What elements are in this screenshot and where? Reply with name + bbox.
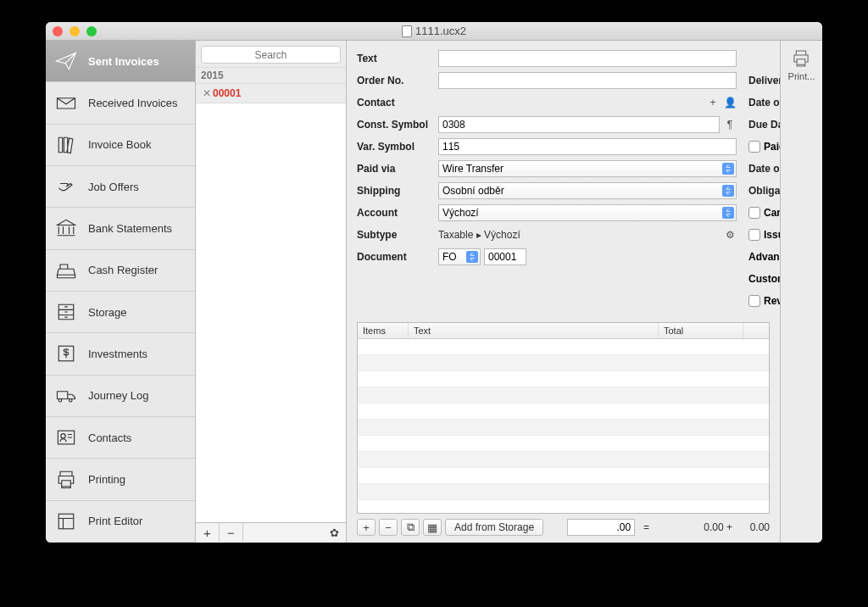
- order-input[interactable]: [438, 72, 737, 89]
- add-invoice-button[interactable]: +: [196, 523, 220, 543]
- equals-label: =: [643, 521, 649, 533]
- advance-bills-label: Advance Bills: [748, 251, 780, 263]
- cancelled-checkbox[interactable]: [748, 207, 760, 219]
- table-row[interactable]: [358, 484, 769, 500]
- sidebar-item-label: Sent Invoices: [88, 55, 159, 68]
- sidebar-item-job-offers[interactable]: Job Offers: [46, 166, 195, 208]
- remove-invoice-button[interactable]: −: [220, 523, 243, 543]
- sidebar-item-label: Cash Register: [88, 264, 158, 276]
- app-window: 1111.ucx2 Sent Invoices Received Invoice…: [46, 22, 822, 543]
- sidebar-item-contacts[interactable]: Contacts: [46, 417, 195, 459]
- print-button[interactable]: Print...: [788, 47, 815, 81]
- sidebar-item-investments[interactable]: Investments: [46, 333, 195, 375]
- table-row[interactable]: [358, 420, 769, 436]
- shipping-label: Shipping: [357, 185, 435, 197]
- table-row[interactable]: [358, 339, 769, 355]
- bank-icon: [54, 216, 78, 240]
- invoice-list-empty: [196, 103, 346, 522]
- table-row[interactable]: [358, 404, 769, 420]
- paid-via-select[interactable]: Wire Transfer: [438, 160, 737, 177]
- cash-register-icon: [54, 259, 78, 282]
- sidebar-item-label: Contacts: [88, 432, 131, 444]
- sidebar-item-journey-log[interactable]: Journey Log: [46, 376, 195, 417]
- table-row[interactable]: [358, 500, 769, 513]
- subtype-label: Subtype: [357, 229, 435, 241]
- sidebar-item-label: Job Offers: [88, 181, 139, 193]
- const-symbol-input[interactable]: [438, 116, 720, 133]
- drawers-icon: [54, 300, 78, 324]
- due-date-label: Due Date: [748, 119, 780, 131]
- sidebar-item-label: Journey Log: [88, 389, 149, 402]
- sidebar-item-printing[interactable]: Printing: [46, 459, 195, 500]
- total-col-header[interactable]: Total: [659, 323, 743, 338]
- sidebar-item-label: Received Invoices: [88, 97, 178, 109]
- table-row[interactable]: [358, 371, 769, 387]
- table-row[interactable]: [358, 387, 769, 404]
- items-col-header[interactable]: Items: [358, 323, 409, 338]
- table-row[interactable]: [358, 355, 769, 371]
- sidebar-item-label: Print Editor: [88, 515, 142, 527]
- hand-icon: [54, 175, 78, 198]
- subtotal-label: 0.00 +: [704, 521, 732, 533]
- text-input[interactable]: [438, 50, 737, 67]
- sidebar-item-storage[interactable]: Storage: [46, 292, 195, 333]
- document-label: Document: [357, 251, 435, 263]
- document-icon: [402, 25, 412, 37]
- contacts-icon: [54, 426, 78, 449]
- invoice-list-item[interactable]: ✕ 00001: [196, 84, 346, 103]
- table-row[interactable]: [358, 452, 769, 468]
- books-icon: [54, 133, 78, 157]
- add-item-button[interactable]: +: [357, 519, 376, 536]
- sidebar-item-received-invoices[interactable]: Received Invoices: [46, 82, 195, 124]
- svg-point-2: [61, 434, 65, 438]
- print-label: Print...: [788, 71, 815, 81]
- reverse-charge-checkbox[interactable]: [748, 295, 760, 307]
- subtype-value: Taxable ▸ Výchozí: [438, 229, 720, 241]
- const-symbol-label: Const. Symbol: [357, 119, 435, 131]
- duplicate-item-button[interactable]: ⧉: [401, 519, 420, 536]
- cancelled-label: Cancelled: [764, 207, 780, 219]
- sidebar-item-label: Storage: [88, 306, 127, 319]
- document-number-input[interactable]: [484, 248, 526, 265]
- right-toolbar: Print...: [780, 41, 822, 543]
- shipping-select[interactable]: Osobní odběr: [438, 182, 737, 199]
- paper-plane-icon: [54, 49, 78, 73]
- currency-checkbox[interactable]: [748, 229, 760, 241]
- table-row[interactable]: [358, 436, 769, 452]
- table-row[interactable]: [358, 468, 769, 484]
- sidebar-item-sent-invoices[interactable]: Sent Invoices: [46, 41, 195, 82]
- paid-via-label: Paid via: [357, 163, 435, 175]
- account-select[interactable]: Výchozí: [438, 204, 737, 221]
- extra-col-header[interactable]: [743, 323, 769, 338]
- total-label: 0.00: [736, 521, 770, 533]
- year-header: 2015: [196, 68, 346, 84]
- sidebar-item-cash-register[interactable]: Cash Register: [46, 250, 195, 292]
- x-icon: ✕: [203, 87, 211, 99]
- paid-label: Paid: [764, 141, 780, 153]
- sidebar-item-label: Invoice Book: [88, 138, 151, 151]
- grid-button[interactable]: ▦: [423, 519, 442, 536]
- search-input[interactable]: [201, 46, 341, 64]
- pilcrow-icon[interactable]: ¶: [723, 118, 737, 131]
- envelope-icon: [54, 91, 78, 114]
- amount-input[interactable]: [567, 519, 635, 536]
- sidebar-item-bank-statements[interactable]: Bank Statements: [46, 208, 195, 249]
- list-settings-button[interactable]: ✿: [322, 526, 346, 539]
- sidebar-item-invoice-book[interactable]: Invoice Book: [46, 125, 195, 166]
- sidebar-item-print-editor[interactable]: Print Editor: [46, 501, 195, 543]
- reverse-charge-label: Reverse Charge: [764, 295, 780, 307]
- subtype-config-icon[interactable]: ⚙: [723, 228, 737, 242]
- contact-person-icon[interactable]: 👤: [723, 96, 737, 109]
- issuance-date-label: Date of Issuance: [748, 97, 780, 109]
- account-label: Account: [357, 207, 435, 219]
- add-contact-button[interactable]: +: [706, 96, 720, 109]
- remove-item-button[interactable]: −: [379, 519, 398, 536]
- add-from-storage-button[interactable]: Add from Storage: [445, 519, 543, 536]
- printer-icon: [54, 467, 78, 491]
- var-symbol-input[interactable]: [438, 138, 737, 155]
- document-type-select[interactable]: FO: [438, 248, 481, 265]
- paid-checkbox[interactable]: [748, 141, 760, 153]
- text-col-header[interactable]: Text: [409, 323, 659, 338]
- invoice-form: Text Order No. Contact + 👤 Const. Symbol…: [347, 41, 780, 543]
- sidebar: Sent Invoices Received Invoices Invoice …: [46, 41, 196, 543]
